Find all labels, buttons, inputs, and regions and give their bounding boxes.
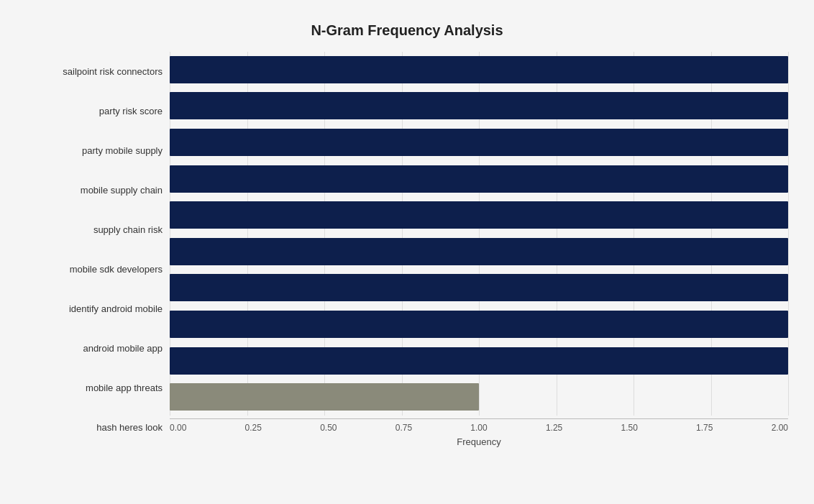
bar-label: party mobile supply (82, 145, 163, 156)
chart-container: N-Gram Frequency Analysis sailpoint risk… (12, 8, 802, 497)
bar-fill (170, 347, 788, 375)
x-tick: 1.25 (546, 423, 562, 433)
bar-row (170, 124, 788, 161)
bar-row (170, 234, 788, 270)
bar-label: supply chain risk (93, 224, 163, 235)
x-tick: 0.75 (395, 423, 412, 433)
bar-label: identify android mobile (69, 303, 163, 314)
bar-fill (170, 165, 788, 193)
chart-title: N-Gram Frequency Analysis (26, 22, 788, 39)
bar-fill (170, 92, 788, 119)
bar-fill (170, 56, 788, 83)
bars-column: 0.000.250.500.751.001.251.501.752.00 Fre… (170, 52, 788, 447)
x-tick: 1.50 (621, 423, 637, 433)
bar-label: android mobile app (83, 343, 163, 354)
x-axis-label: Frequency (170, 436, 788, 447)
bar-fill (170, 274, 788, 301)
bar-row (170, 379, 788, 416)
bar-label: mobile supply chain (81, 185, 163, 196)
bar-label: hash heres look (96, 422, 163, 433)
bar-row (170, 52, 788, 88)
bar-row (170, 270, 788, 306)
labels-column: sailpoint risk connectorsparty risk scor… (26, 52, 170, 447)
x-tick: 1.75 (696, 423, 713, 433)
bar-fill (170, 129, 788, 156)
bar-row (170, 160, 788, 197)
x-tick: 0.00 (170, 423, 186, 433)
x-tick: 0.25 (245, 423, 262, 433)
bar-row (170, 342, 788, 379)
bar-label: mobile sdk developers (70, 264, 163, 275)
bar-fill (170, 238, 788, 265)
bar-label: sailpoint risk connectors (63, 66, 163, 77)
bar-fill (170, 201, 788, 229)
bar-row (170, 88, 788, 124)
bar-fill (170, 383, 479, 411)
x-tick: 0.50 (320, 423, 337, 433)
bar-row (170, 197, 788, 234)
bar-label: party risk score (99, 106, 163, 116)
bar-row (170, 306, 788, 343)
bar-fill (170, 311, 788, 338)
bar-label: mobile app threats (86, 382, 163, 393)
x-tick: 2.00 (772, 423, 788, 433)
x-tick: 1.00 (470, 423, 487, 433)
